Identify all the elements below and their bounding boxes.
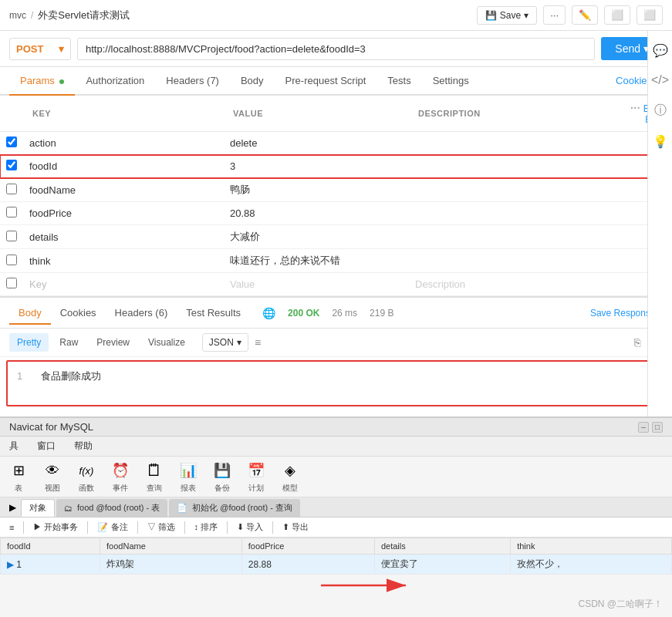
- row-checkbox[interactable]: [6, 160, 17, 170]
- nav-tab-query[interactable]: 📄 初始化 @food (root) - 查询: [169, 499, 300, 517]
- query-label: 查询: [147, 483, 162, 494]
- edit-icon-button[interactable]: ✏️: [572, 5, 598, 25]
- subtool-sep6: [272, 521, 273, 534]
- checkbox-cell[interactable]: [0, 178, 23, 202]
- row-checkbox[interactable]: [6, 255, 17, 265]
- code-icon[interactable]: </>: [648, 70, 672, 90]
- format-tab-visualize[interactable]: Visualize: [140, 333, 193, 352]
- toolbar-backup[interactable]: 💾 备份: [210, 460, 235, 494]
- more-options-button[interactable]: ···: [543, 5, 566, 25]
- url-input[interactable]: [77, 38, 595, 60]
- format-tab-raw[interactable]: Raw: [52, 333, 86, 352]
- table-icon-small: 🗂: [64, 504, 73, 513]
- save-button[interactable]: 💾 Save ▾: [477, 6, 537, 25]
- col-desc-header: DESCRIPTION: [409, 96, 610, 132]
- toolbar-schedule[interactable]: 📅 计划: [244, 460, 268, 494]
- row-checkbox[interactable]: [6, 207, 17, 217]
- response-tab-cookies[interactable]: Cookies: [51, 302, 106, 325]
- row-checkbox[interactable]: [6, 137, 17, 147]
- checkbox-cell[interactable]: [0, 132, 23, 155]
- format-chevron: ▾: [237, 337, 241, 348]
- response-tab-test-results[interactable]: Test Results: [177, 302, 250, 325]
- model-icon: ◈: [278, 460, 302, 481]
- new-row-checkbox-cell: [0, 273, 23, 296]
- menu-window[interactable]: 窗口: [34, 438, 59, 454]
- menu-help[interactable]: 帮助: [71, 438, 96, 454]
- save-arrow: ▾: [524, 10, 528, 21]
- table-row[interactable]: think 味道还行，总的来说不错: [0, 249, 672, 273]
- table-row[interactable]: foodId 3: [0, 155, 672, 178]
- toolbar-event[interactable]: ⏰ 事件: [108, 460, 133, 494]
- globe-icon: 🌐: [262, 307, 275, 319]
- breadcrumb-sep: /: [31, 10, 33, 21]
- nav-tab-arrow[interactable]: ▶: [6, 499, 19, 517]
- nav-tab-food-table[interactable]: 🗂 food @food (root) - 表: [56, 499, 167, 517]
- lightbulb-icon[interactable]: 💡: [650, 131, 671, 152]
- nav-tab-object[interactable]: 对象: [21, 499, 55, 517]
- param-value-cell: 味道还行，总的来说不错: [224, 249, 409, 273]
- copy-icon[interactable]: ⎘: [634, 336, 640, 349]
- toolbar-function[interactable]: f(x) 函数: [74, 460, 99, 494]
- method-select[interactable]: POST ▾: [9, 38, 71, 60]
- row-checkbox[interactable]: [6, 231, 17, 241]
- layout-icon-button[interactable]: ⬜: [604, 5, 630, 25]
- dots-icon[interactable]: ···: [630, 102, 640, 114]
- checkbox-cell[interactable]: [0, 249, 23, 273]
- expand-icon-button[interactable]: ⬜: [637, 5, 663, 25]
- subtool-sort[interactable]: ↕ 排序: [191, 520, 221, 534]
- tab-body[interactable]: Body: [230, 67, 275, 96]
- subtool-filter[interactable]: ▽ 筛选: [144, 520, 178, 534]
- tab-tests[interactable]: Tests: [377, 67, 421, 96]
- toolbar-report[interactable]: 📊 报表: [176, 460, 201, 494]
- new-row-value-cell[interactable]: Value: [224, 273, 409, 296]
- response-bar: Body Cookies Headers (6) Test Results 🌐 …: [0, 296, 672, 329]
- response-body-toolbar: Pretty Raw Preview Visualize JSON ▾ ≡ ⎘ …: [0, 329, 672, 357]
- checkbox-cell[interactable]: [0, 202, 23, 225]
- nav-tab-object-label: 对象: [29, 502, 46, 514]
- tab-settings[interactable]: Settings: [422, 67, 480, 96]
- table-row[interactable]: details 大减价: [0, 225, 672, 249]
- info-icon[interactable]: ⓘ: [651, 99, 670, 122]
- checkbox-cell[interactable]: [0, 225, 23, 249]
- toolbar-query[interactable]: 🗒 查询: [142, 460, 167, 494]
- row-checkbox[interactable]: [6, 184, 17, 194]
- toolbar-table[interactable]: ⊞ 表: [6, 460, 31, 494]
- subtool-transaction[interactable]: ▶ 开始事务: [30, 520, 81, 534]
- format-tab-pretty[interactable]: Pretty: [9, 333, 49, 352]
- filter-icon[interactable]: ≡: [255, 336, 261, 349]
- menu-tool[interactable]: 具: [6, 438, 22, 454]
- table-row[interactable]: ▶ 1 炸鸡架 28.88 便宜卖了 孜然不少，: [1, 555, 672, 575]
- tab-pre-request[interactable]: Pre-request Script: [275, 67, 377, 96]
- new-row-desc-cell[interactable]: Description: [409, 273, 610, 296]
- subtool-note[interactable]: 📝 备注: [94, 520, 130, 534]
- new-row-checkbox[interactable]: [6, 278, 17, 288]
- status-time: 26 ms: [332, 308, 357, 319]
- tab-headers[interactable]: Headers (7): [155, 67, 230, 96]
- table-row[interactable]: foodPrice 20.88: [0, 202, 672, 225]
- response-tabs: Body Cookies Headers (6) Test Results: [9, 302, 250, 323]
- maximize-button[interactable]: □: [652, 422, 663, 433]
- toolbar-view[interactable]: 👁 视图: [40, 460, 65, 494]
- table-row[interactable]: foodName 鸭肠: [0, 178, 672, 202]
- comment-icon[interactable]: 💬: [650, 40, 671, 61]
- subtool-import[interactable]: ⬇ 导入: [234, 520, 266, 534]
- toolbar-model[interactable]: ◈ 模型: [278, 460, 302, 494]
- checkbox-cell[interactable]: [0, 155, 23, 178]
- tab-authorization[interactable]: Authorization: [75, 67, 155, 96]
- response-tab-headers[interactable]: Headers (6): [106, 302, 177, 325]
- format-select[interactable]: JSON ▾: [202, 333, 248, 352]
- subtool-export[interactable]: ⬆ 导出: [279, 520, 312, 534]
- save-icon: 💾: [485, 10, 497, 21]
- query-icon-small: 📄: [177, 503, 187, 513]
- minimize-button[interactable]: –: [638, 422, 649, 433]
- table-row[interactable]: action delete: [0, 132, 672, 155]
- table-row-new[interactable]: Key Value Description: [0, 273, 672, 296]
- format-tab-preview[interactable]: Preview: [89, 333, 137, 352]
- breadcrumb-mvc: mvc: [9, 10, 26, 21]
- subtool-menu[interactable]: ≡: [6, 521, 17, 534]
- response-tab-body[interactable]: Body: [9, 302, 51, 325]
- function-icon: f(x): [74, 460, 99, 481]
- new-row-key-cell[interactable]: Key: [23, 273, 224, 296]
- param-value-cell: 大减价: [224, 225, 409, 249]
- tab-params[interactable]: Params: [9, 67, 75, 96]
